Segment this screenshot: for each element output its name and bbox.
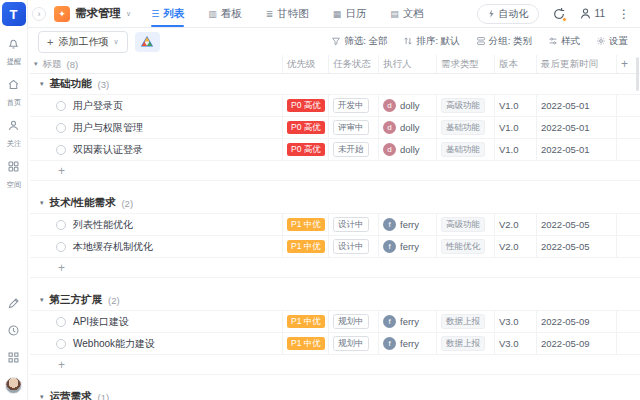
check-circle-icon[interactable] [56,220,66,230]
tab-1[interactable]: ☰列表 [151,0,184,27]
row-title-cell[interactable]: 用户与权限管理 [30,121,282,135]
add-work-item-button[interactable]: + 添加工作项 ∨ [38,31,128,53]
status-cell[interactable]: 规划中 [328,333,378,354]
sidebar-item-2[interactable]: 首页 [6,77,22,108]
user-avatar[interactable] [5,377,22,394]
sidebar-item-3[interactable]: 关注 [6,118,22,149]
version-cell[interactable]: V1.0 [494,139,536,160]
table-row[interactable]: 本地缓存机制优化P1 中优设计中fferry性能优化V2.02022-05-05 [30,236,640,258]
type-cell[interactable]: 性能优化 [436,236,494,257]
column-header[interactable]: 任务状态 [328,55,378,73]
group-header[interactable]: ▾基础功能(3) [30,74,640,95]
sync-icon[interactable] [552,7,566,21]
toolbar-control-2[interactable]: 排序: 默认 [403,35,459,48]
work-item-title[interactable]: 列表性能优化 [73,218,133,232]
row-title-cell[interactable]: Webhook能力建设 [30,337,282,351]
check-circle-icon[interactable] [56,123,66,133]
type-cell[interactable]: 高级功能 [436,214,494,235]
assignee-cell[interactable]: fferry [378,311,436,332]
toolbar-control-1[interactable]: 筛选: 全部 [331,35,387,48]
work-item-title[interactable]: 用户登录页 [73,99,123,113]
toolbar-control-5[interactable]: 设置 [596,35,628,48]
version-cell[interactable]: V3.0 [494,333,536,354]
group-header[interactable]: ▾技术/性能需求(2) [30,193,640,214]
table-row[interactable]: 用户登录页P0 高优开发中ddolly高级功能V1.02022-05-01 [30,95,640,117]
type-cell[interactable]: 数据上报 [436,311,494,332]
tab-5[interactable]: ▤文档 [390,0,424,27]
priority-cell[interactable]: P1 中优 [282,236,328,257]
toolbar-control-4[interactable]: 样式 [548,35,580,48]
sidebar-item-1[interactable]: 提醒 [6,36,22,67]
expand-sidebar-button[interactable]: › [32,7,46,21]
more-menu-icon[interactable]: ⋮ [618,7,630,21]
status-cell[interactable]: 开发中 [328,95,378,116]
row-title-cell[interactable]: API接口建设 [30,315,282,329]
status-cell[interactable]: 设计中 [328,236,378,257]
row-title-cell[interactable]: 用户登录页 [30,99,282,113]
assignee-cell[interactable]: fferry [378,236,436,257]
group-header[interactable]: ▾运营需求(1) [30,387,640,400]
check-circle-icon[interactable] [56,339,66,349]
version-cell[interactable]: V2.0 [494,236,536,257]
add-row-button[interactable]: + [30,258,640,278]
version-cell[interactable]: V1.0 [494,117,536,138]
type-cell[interactable]: 数据上报 [436,333,494,354]
tab-4[interactable]: ▦日历 [333,0,367,27]
table-row[interactable]: 列表性能优化P1 中优设计中fferry高级功能V2.02022-05-05 [30,214,640,236]
status-cell[interactable]: 设计中 [328,214,378,235]
app-logo[interactable]: T [2,2,26,26]
status-cell[interactable]: 未开始 [328,139,378,160]
assignee-cell[interactable]: ddolly [378,139,436,160]
table-row[interactable]: 用户与权限管理P0 高优评审中ddolly基础功能V1.02022-05-01 [30,117,640,139]
toolbar-control-3[interactable]: 分组: 类别 [476,35,532,48]
status-cell[interactable]: 规划中 [328,311,378,332]
table-row[interactable]: 双因素认证登录P0 高优未开始ddolly基础功能V1.02022-05-01 [30,139,640,161]
add-row-button[interactable]: + [30,161,640,181]
tab-3[interactable]: ≣甘特图 [266,0,309,27]
ai-assistant-button[interactable] [135,32,160,52]
type-cell[interactable]: 基础功能 [436,139,494,160]
column-header[interactable]: 版本 [494,55,536,73]
project-switcher[interactable]: ✦ 需求管理 ∨ [54,6,131,22]
column-header[interactable]: 优先级 [282,55,328,73]
priority-cell[interactable]: P1 中优 [282,311,328,332]
automation-button[interactable]: 自动化 [477,4,539,24]
collapse-group-icon[interactable]: ▾ [40,393,44,400]
column-header[interactable]: 最后更新时间 [536,55,616,73]
work-item-title[interactable]: API接口建设 [73,315,129,329]
version-cell[interactable]: V2.0 [494,214,536,235]
priority-cell[interactable]: P0 高优 [282,95,328,116]
priority-cell[interactable]: P0 高优 [282,139,328,160]
collapse-group-icon[interactable]: ▾ [40,296,44,304]
status-cell[interactable]: 评审中 [328,117,378,138]
work-item-title[interactable]: Webhook能力建设 [73,337,155,351]
assignee-cell[interactable]: ddolly [378,117,436,138]
row-title-cell[interactable]: 列表性能优化 [30,218,282,232]
work-item-title[interactable]: 双因素认证登录 [73,143,143,157]
type-cell[interactable]: 基础功能 [436,117,494,138]
version-cell[interactable]: V1.0 [494,95,536,116]
collapse-group-icon[interactable]: ▾ [40,199,44,207]
assignee-cell[interactable]: ddolly [378,95,436,116]
check-circle-icon[interactable] [56,101,66,111]
group-header[interactable]: ▾第三方扩展(2) [30,290,640,311]
column-header[interactable]: 需求类型 [436,55,494,73]
check-circle-icon[interactable] [56,242,66,252]
work-item-title[interactable]: 用户与权限管理 [73,121,143,135]
help-clock-icon[interactable] [7,323,20,341]
assignee-cell[interactable]: fferry [378,333,436,354]
apps-grid-icon[interactable] [7,350,20,368]
priority-cell[interactable]: P0 高优 [282,117,328,138]
row-title-cell[interactable]: 双因素认证登录 [30,143,282,157]
work-item-title[interactable]: 本地缓存机制优化 [73,240,153,254]
table-row[interactable]: API接口建设P1 中优规划中fferry数据上报V3.02022-05-09 [30,311,640,333]
priority-cell[interactable]: P1 中优 [282,333,328,354]
check-circle-icon[interactable] [56,317,66,327]
type-cell[interactable]: 高级功能 [436,95,494,116]
scrollbar-thumb[interactable] [636,57,639,91]
assignee-cell[interactable]: fferry [378,214,436,235]
sidebar-item-4[interactable]: 空间 [6,159,22,190]
check-circle-icon[interactable] [56,145,66,155]
title-column-header[interactable]: ▾ 标题 (8) [30,58,282,71]
version-cell[interactable]: V3.0 [494,311,536,332]
